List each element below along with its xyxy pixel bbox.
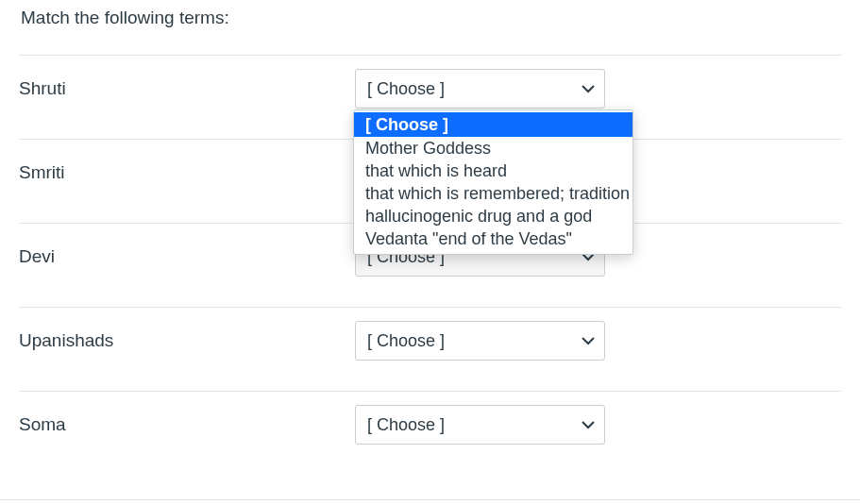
term-label: Soma bbox=[19, 414, 355, 435]
select-wrap: [ Choose ] [ Choose ] Mother Goddess tha… bbox=[355, 69, 605, 109]
selected-value: [ Choose ] bbox=[367, 331, 445, 351]
dropdown-option[interactable]: Mother Goddess bbox=[354, 137, 632, 160]
dropdown-option[interactable]: that which is remembered; tradition bbox=[354, 182, 632, 205]
selected-value: [ Choose ] bbox=[367, 415, 445, 435]
select-wrap: [ Choose ] bbox=[355, 321, 605, 361]
select-wrap: [ Choose ] bbox=[355, 405, 605, 445]
dropdown-option[interactable]: hallucinogenic drug and a god bbox=[354, 205, 632, 227]
chevron-down-icon bbox=[582, 82, 595, 95]
dropdown-option[interactable]: Vedanta "end of the Vedas" bbox=[354, 227, 632, 250]
term-label: Smriti bbox=[19, 162, 355, 183]
selected-value: [ Choose ] bbox=[367, 79, 445, 99]
chevron-down-icon bbox=[582, 418, 595, 431]
term-label: Upanishads bbox=[19, 330, 355, 351]
match-row-upanishads: Upanishads [ Choose ] bbox=[19, 307, 841, 391]
dropdown-option[interactable]: that which is heard bbox=[354, 160, 632, 182]
match-row-soma: Soma [ Choose ] bbox=[19, 391, 841, 475]
answer-select[interactable]: [ Choose ] bbox=[355, 321, 605, 361]
answer-select[interactable]: [ Choose ] bbox=[355, 69, 605, 109]
answer-select[interactable]: [ Choose ] bbox=[355, 405, 605, 445]
matching-question: Match the following terms: Shruti [ Choo… bbox=[0, 0, 860, 494]
chevron-down-icon bbox=[582, 334, 595, 347]
question-prompt: Match the following terms: bbox=[19, 0, 841, 55]
term-label: Shruti bbox=[19, 78, 355, 99]
dropdown-option[interactable]: [ Choose ] bbox=[354, 112, 632, 137]
match-row-shruti: Shruti [ Choose ] [ Choose ] Mother Godd… bbox=[19, 55, 841, 139]
bottom-divider bbox=[0, 499, 860, 500]
term-label: Devi bbox=[19, 246, 355, 267]
dropdown-options-list: [ Choose ] Mother Goddess that which is … bbox=[353, 109, 633, 255]
